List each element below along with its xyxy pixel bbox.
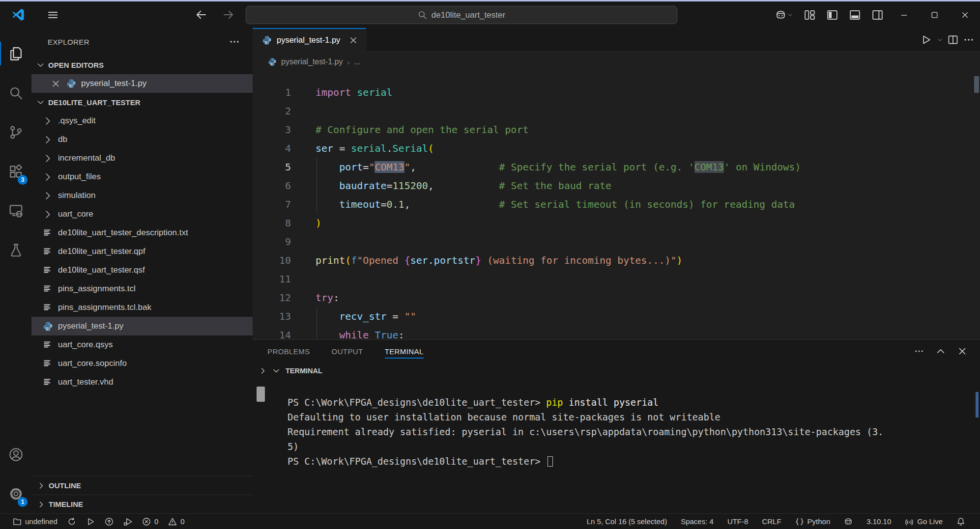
chevron-down-icon[interactable] [272,367,280,375]
code-area[interactable]: 1import serial23# Configure and open the… [253,72,973,339]
go-live[interactable]: Go Live [898,514,950,529]
terminal-output[interactable]: PS C:\Work\FPGA_designs\de10lite_uart_te… [288,379,970,513]
python-version[interactable]: 3.10.10 [860,514,898,529]
maximize-panel-icon[interactable] [936,346,946,356]
code-line[interactable]: 3# Configure and open the serial port [253,120,973,139]
code-line[interactable]: 5 port="COM13", # Specify the serial por… [253,158,973,176]
code-line[interactable]: 2 [253,102,973,120]
folder-item[interactable]: db [31,130,253,149]
file-item[interactable]: de10lite_uart_tester.qsf [31,261,253,279]
breadcrumb-tail[interactable]: ... [354,57,360,66]
tab-pyserial-test-1[interactable]: pyserial_test-1.py [253,28,366,51]
window-accent-line [0,0,980,1]
minimize-button[interactable] [889,1,919,28]
copilot-status[interactable] [837,514,860,529]
file-item[interactable]: uart_core.sopcinfo [31,354,253,373]
tree-item-label: .qsys_edit [58,116,96,126]
customize-layout-button[interactable] [798,1,821,28]
breadcrumb[interactable]: pyserial_test-1.py › ... [253,52,980,72]
file-item[interactable]: de10lite_uart_tester.qpf [31,242,253,261]
panel-tab-terminal[interactable]: TERMINAL [385,340,424,362]
toggle-primary-sidebar-button[interactable] [821,1,843,28]
file-lines-icon [43,359,53,369]
section-timeline[interactable]: TIMELINE [31,495,253,513]
run-python-icon[interactable] [921,34,931,45]
code-line[interactable]: 12try: [253,288,973,307]
file-item[interactable]: pins_assignments.tcl.bak [31,298,253,317]
language-mode[interactable]: Python [788,514,837,529]
file-item[interactable]: de10lite_uart_tester_description.txt [31,223,253,242]
explorer-sidebar: EXPLORER OPEN EDITORS pyserial_test-1.py… [31,28,253,513]
copilot-button[interactable] [770,1,798,28]
errors-indicator[interactable]: 0 [137,514,163,529]
terminal-scrollbar[interactable] [976,392,979,418]
code-line[interactable]: 9 [253,232,973,251]
activity-settings[interactable]: 1 [0,474,31,513]
file-item[interactable]: uart_tester.vhd [31,373,253,391]
breadcrumb-file[interactable]: pyserial_test-1.py [281,57,343,66]
more-actions-icon[interactable] [229,36,240,47]
restart-button[interactable] [62,514,81,529]
project-section[interactable]: DE10LITE_UART_TESTER [31,93,253,111]
activity-source-control[interactable] [0,112,31,152]
folder-item[interactable]: uart_core [31,205,253,223]
debug-button[interactable] [118,514,137,529]
folder-item[interactable]: output_files [31,167,253,186]
activity-extensions[interactable]: 3 [0,152,31,191]
code-line[interactable]: 7 timeout=0.1, # Set serial timeout (in … [253,195,973,214]
activity-accounts[interactable] [0,435,31,474]
back-icon[interactable] [195,8,207,21]
open-editors-section[interactable]: OPEN EDITORS [31,56,253,74]
run-dropdown-icon[interactable] [937,37,943,43]
code-line[interactable]: 11 [253,270,973,288]
terminal-header-label[interactable]: TERMINAL [286,367,322,375]
run-button[interactable] [81,514,100,529]
code-line[interactable]: 10print(f"Opened {ser.portstr} (waiting … [253,251,973,270]
folder-item[interactable]: incremental_db [31,149,253,167]
indentation[interactable]: Spaces: 4 [674,514,721,529]
folder-item[interactable]: .qsys_edit [31,111,253,130]
file-item[interactable]: uart_core.qsys [31,335,253,354]
activity-bar: 3 1 [0,28,31,513]
open-editor-item[interactable]: pyserial_test-1.py [31,74,253,93]
panel-tab-output[interactable]: OUTPUT [332,340,363,362]
editor-more-actions-icon[interactable] [963,34,974,45]
warnings-indicator[interactable]: 0 [163,514,189,529]
section-outline[interactable]: OUTLINE [31,476,253,495]
upload-button[interactable] [100,514,118,529]
file-item[interactable]: pins_assignments.tcl [31,279,253,298]
notifications[interactable] [950,514,972,529]
code-line[interactable]: 14 while True: [253,326,973,339]
maximize-button[interactable] [919,1,950,28]
project-indicator[interactable]: undefined [8,514,62,529]
chevron-right-icon [37,501,45,508]
cursor-position[interactable]: Ln 5, Col 16 (5 selected) [580,514,674,529]
encoding[interactable]: UTF-8 [721,514,755,529]
activity-explorer[interactable] [0,34,31,73]
code-line[interactable]: 8) [253,214,973,232]
activity-remote-explorer[interactable] [0,191,31,230]
close-panel-icon[interactable] [957,346,967,356]
split-editor-icon[interactable] [948,34,958,45]
code-line[interactable]: 13 recv_str = "" [253,307,973,326]
menu-icon[interactable] [47,9,59,21]
file-item[interactable]: pyserial_test-1.py [31,317,253,335]
toggle-panel-button[interactable] [843,1,866,28]
command-center-search[interactable]: de10lite_uart_tester [246,6,677,24]
line-number: 13 [253,307,316,326]
activity-search[interactable] [0,73,31,112]
panel-more-actions-icon[interactable] [914,346,924,356]
eol[interactable]: CRLF [755,514,788,529]
forward-icon[interactable] [222,8,235,21]
code-line[interactable]: 6 baudrate=115200, # Set the baud rate [253,176,973,195]
code-line[interactable]: 1import serial [253,83,973,102]
toggle-secondary-sidebar-button[interactable] [866,1,889,28]
activity-testing[interactable] [0,230,31,270]
close-button[interactable] [950,1,980,28]
vscode-logo-icon [11,8,25,22]
panel-tab-problems[interactable]: PROBLEMS [267,340,310,362]
chevron-right-icon[interactable] [259,367,267,375]
folder-item[interactable]: simulation [31,186,253,205]
code-line[interactable]: 4ser = serial.Serial( [253,139,973,158]
close-tab-icon[interactable] [349,36,358,45]
